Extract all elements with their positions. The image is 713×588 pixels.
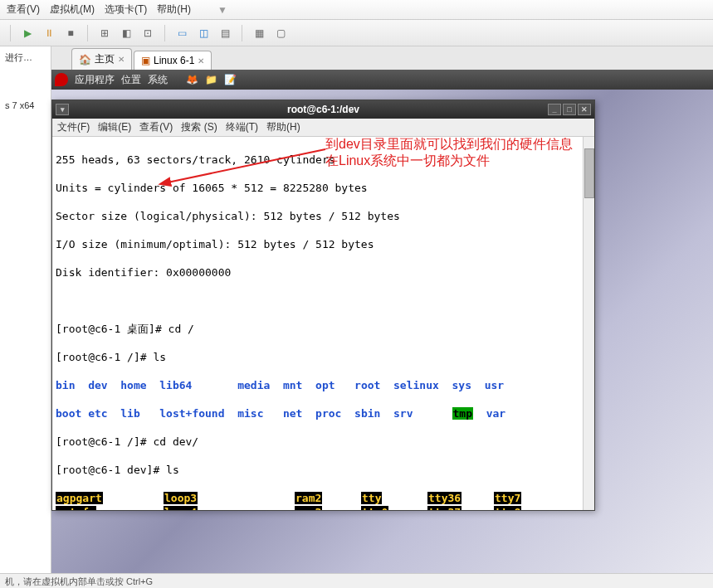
play-icon[interactable]: ▶ (19, 25, 36, 41)
status-bar: 机，请在虚拟机内部单击或按 Ctrl+G (0, 573, 713, 588)
sidebar: 进行… s 7 x64 (0, 46, 51, 573)
terminal-menubar: 文件(F) 编辑(E) 查看(V) 搜索 (S) 终端(T) 帮助(H) (52, 119, 594, 137)
term-line: bin dev home lib64 media mnt opt root se… (56, 378, 591, 392)
term-line: Sector size (logical/physical): 512 byte… (56, 209, 591, 223)
note-icon[interactable]: 📝 (224, 74, 237, 85)
term-menu-view[interactable]: 查看(V) (139, 120, 173, 134)
term-menu-icon[interactable]: ▾ (56, 104, 69, 115)
tool-icon-6[interactable]: ▢ (272, 25, 289, 41)
close-icon[interactable]: ✕ (198, 56, 204, 66)
tool-icon-3[interactable]: ⊡ (139, 25, 156, 41)
tool-icon-1[interactable]: ⊞ (96, 25, 113, 41)
term-menu-edit[interactable]: 编辑(E) (98, 120, 131, 134)
terminal-title: root@c6-1:/dev (287, 104, 359, 115)
tool-icon-5[interactable]: ▦ (251, 25, 267, 41)
menu-help[interactable]: 帮助(H) (157, 2, 191, 17)
redhat-icon[interactable] (55, 73, 68, 86)
term-line: boot etc lib lost+found misc net proc sb… (56, 406, 591, 420)
terminal-output[interactable]: 255 heads, 63 sectors/track, 2610 cylind… (52, 137, 594, 510)
sidebar-item-1[interactable]: 进行… (3, 50, 47, 66)
vm-desktop[interactable]: 应用程序 位置 系统 🦊 📁 📝 ▾ root@c6-1:/dev _ □ (51, 70, 713, 573)
unity-icon[interactable]: ◫ (195, 25, 212, 41)
menu-tabs[interactable]: 选项卡(T) (105, 2, 147, 17)
term-line: Disk identifier: 0x00000000 (56, 265, 591, 279)
tool-icon-2[interactable]: ◧ (118, 25, 134, 41)
term-line: [root@c6-1 /]# cd dev/ (56, 435, 591, 449)
menu-view[interactable]: 查看(V) (7, 2, 40, 17)
minimize-icon[interactable]: _ (548, 104, 561, 115)
app-menubar: 查看(V) 虚拟机(M) 选项卡(T) 帮助(H) ▼ (0, 0, 713, 20)
tab-home[interactable]: 🏠 主页 ✕ (71, 48, 132, 70)
term-menu-help[interactable]: 帮助(H) (266, 120, 300, 134)
close-icon[interactable]: ✕ (118, 55, 125, 64)
firefox-icon[interactable]: 🦊 (186, 74, 198, 85)
sidebar-item-2[interactable]: s 7 x64 (3, 99, 47, 112)
scrollbar[interactable] (583, 137, 594, 510)
term-line: 255 heads, 63 sectors/track, 2610 cylind… (56, 153, 591, 167)
gnome-places[interactable]: 位置 (121, 73, 141, 87)
tab-bar: 🏠 主页 ✕ ▣ Linux 6-1 ✕ (51, 46, 713, 70)
tab-linux[interactable]: ▣ Linux 6-1 ✕ (134, 51, 212, 70)
tab-linux-label: Linux 6-1 (154, 55, 194, 66)
gnome-panel: 应用程序 位置 系统 🦊 📁 📝 (51, 70, 713, 90)
term-line: [root@c6-1 /]# ls (56, 350, 591, 364)
term-line: Units = cylinders of 16065 * 512 = 82252… (56, 181, 591, 195)
term-line: [root@c6-1 桌面]# cd / (56, 322, 591, 336)
tab-home-label: 主页 (95, 52, 115, 66)
terminal-titlebar[interactable]: ▾ root@c6-1:/dev _ □ ✕ (52, 100, 594, 119)
fullscreen-icon[interactable]: ▭ (173, 25, 190, 41)
folder-icon[interactable]: 📁 (205, 74, 217, 85)
term-menu-file[interactable]: 文件(F) (57, 120, 90, 134)
tool-icon-4[interactable]: ▤ (217, 25, 233, 41)
term-menu-search[interactable]: 搜索 (S) (181, 120, 217, 134)
maximize-icon[interactable]: □ (563, 104, 576, 115)
gnome-apps[interactable]: 应用程序 (75, 73, 115, 87)
pause-icon[interactable]: ⏸ (41, 25, 57, 41)
terminal-window: ▾ root@c6-1:/dev _ □ ✕ 文件(F) 编辑(E) 查看(V)… (51, 100, 595, 511)
close-icon[interactable]: ✕ (578, 104, 591, 115)
term-menu-terminal[interactable]: 终端(T) (226, 120, 258, 134)
home-icon: 🏠 (79, 54, 91, 66)
gnome-system[interactable]: 系统 (148, 73, 168, 87)
menu-vm[interactable]: 虚拟机(M) (50, 2, 95, 17)
term-line: I/O size (minimum/optimal): 512 bytes / … (56, 237, 591, 251)
app-toolbar: ▶ ⏸ ■ ⊞ ◧ ⊡ ▭ ◫ ▤ ▦ ▢ (0, 20, 713, 46)
term-line: [root@c6-1 dev]# ls (56, 463, 591, 477)
vm-icon: ▣ (141, 55, 150, 66)
stop-icon[interactable]: ■ (62, 25, 79, 41)
scrollbar-thumb[interactable] (584, 148, 594, 198)
